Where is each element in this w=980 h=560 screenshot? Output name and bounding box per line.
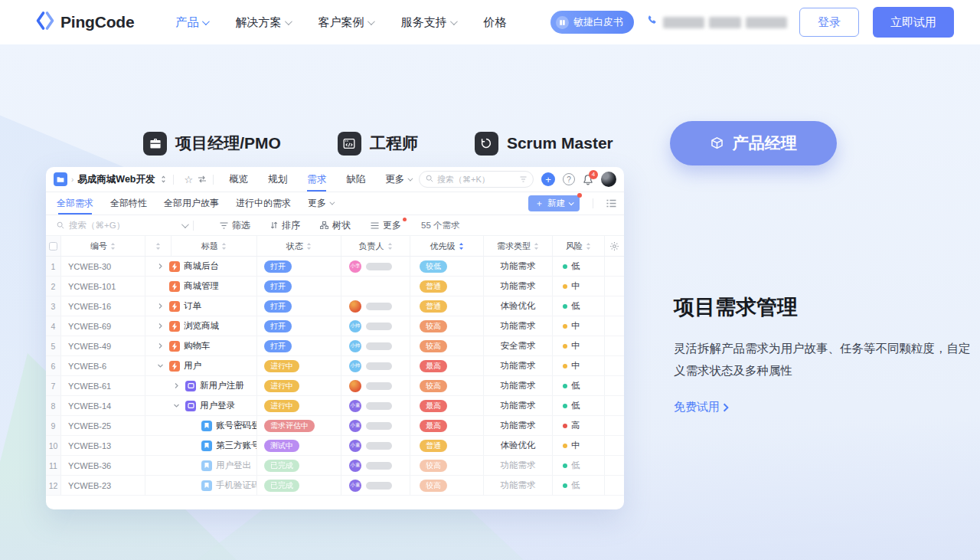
column-header[interactable]: 负责人 (359, 241, 384, 252)
app-tab-4[interactable]: 更多 (385, 167, 411, 192)
user-avatar[interactable] (601, 172, 616, 187)
expand-arrow-icon[interactable] (155, 323, 165, 329)
status-badge[interactable]: 进行中 (264, 400, 299, 412)
priority-badge[interactable]: 普通 (420, 300, 447, 313)
assignee-avatar[interactable]: 小童 (349, 440, 361, 452)
assignee-cell[interactable]: 小李 (341, 257, 410, 276)
view-tab-1[interactable]: 全部特性 (110, 192, 147, 215)
table-row[interactable]: 1 YCWEB-30 商城后台 打开 小李 较低 功能需求 低 (46, 257, 624, 277)
tree-view-button[interactable]: 树状 (320, 219, 351, 232)
column-header[interactable]: 状态 (286, 241, 303, 252)
item-title-cell[interactable]: 浏览商城 (145, 316, 257, 336)
assignee-avatar[interactable]: 小帅 (349, 360, 361, 372)
table-row[interactable]: 3 YCWEB-16 订单 打开 普通 体验优化 低 (46, 296, 624, 316)
assignee-cell[interactable]: 小童 (341, 436, 410, 455)
column-header[interactable]: 风险 (566, 241, 583, 252)
assignee-cell[interactable]: 小童 (341, 456, 410, 475)
priority-badge[interactable]: 普通 (420, 440, 447, 452)
assignee-cell[interactable]: 小帅 (341, 356, 410, 375)
item-title-cell[interactable]: 新用户注册 (145, 376, 257, 395)
nav-item-1[interactable]: 解决方案 (235, 15, 290, 30)
expand-arrow-icon[interactable] (172, 382, 181, 389)
status-badge[interactable]: 需求评估中 (264, 420, 315, 432)
view-tab-4[interactable]: 更多 (308, 192, 333, 215)
view-tab-2[interactable]: 全部用户故事 (164, 192, 219, 215)
login-button[interactable]: 登录 (799, 8, 859, 37)
priority-badge[interactable]: 最高 (420, 400, 447, 412)
status-badge[interactable]: 进行中 (264, 360, 299, 372)
table-row[interactable]: 11 YCWEB-36 用户登出 已完成 小童 较高 功能需求 低 (46, 456, 624, 476)
column-header[interactable]: 标题 (201, 241, 218, 252)
expand-arrow-icon[interactable] (155, 342, 165, 349)
pingcode-logo[interactable]: PingCode (35, 11, 134, 34)
status-badge[interactable]: 打开 (264, 320, 292, 332)
table-row[interactable]: 5 YCWEB-49 购物车 打开 小帅 较高 安全需求 中 (46, 336, 624, 356)
table-row[interactable]: 4 YCWEB-69 浏览商城 打开 小帅 较高 功能需求 中 (46, 316, 624, 336)
new-item-button[interactable]: ＋ 新建 (528, 195, 580, 211)
table-row[interactable]: 8 YCWEB-14 用户登录 进行中 小童 最高 功能需求 低 (46, 396, 624, 416)
filter-button[interactable]: 筛选 (220, 219, 250, 232)
status-badge[interactable]: 打开 (264, 300, 292, 313)
more-button[interactable]: 更多 (371, 219, 401, 232)
expand-arrow-icon[interactable] (155, 263, 165, 270)
view-tab-0[interactable]: 全部需求 (57, 192, 93, 215)
priority-badge[interactable]: 最高 (420, 420, 447, 432)
switch-project-icon[interactable] (160, 175, 167, 183)
item-title-cell[interactable]: 购物车 (145, 336, 257, 355)
expand-arrow-icon[interactable] (155, 303, 165, 309)
collapse-arrow-icon[interactable] (155, 362, 165, 369)
assignee-cell[interactable]: 小童 (341, 396, 410, 415)
column-header[interactable]: 优先级 (430, 241, 456, 252)
priority-badge[interactable]: 较低 (420, 260, 447, 273)
reorder-column-header[interactable] (145, 236, 172, 256)
item-title-cell[interactable]: 用户登出 (145, 456, 257, 475)
assignee-avatar[interactable]: 小童 (349, 420, 361, 432)
persona-tab-3[interactable]: 产品经理 (670, 121, 837, 165)
assignee-cell[interactable] (341, 296, 410, 316)
status-badge[interactable]: 进行中 (264, 380, 299, 392)
app-tab-3[interactable]: 缺陷 (346, 167, 365, 192)
create-icon[interactable]: + (541, 172, 555, 186)
app-tab-1[interactable]: 规划 (268, 167, 287, 192)
assignee-cell[interactable]: 小帅 (341, 336, 410, 355)
table-row[interactable]: 7 YCWEB-61 新用户注册 进行中 较高 功能需求 低 (46, 376, 624, 396)
table-row[interactable]: 10 YCWEB-13 第三方账号登录 测试中 小童 普通 体验优化 中 (46, 436, 624, 456)
status-badge[interactable]: 打开 (264, 260, 292, 273)
assignee-cell[interactable]: 小童 (341, 476, 410, 495)
item-title-cell[interactable]: 第三方账号登录 (145, 436, 257, 455)
item-title-cell[interactable]: 用户 (145, 356, 257, 375)
priority-badge[interactable]: 较高 (420, 380, 447, 392)
nav-item-2[interactable]: 客户案例 (318, 15, 373, 30)
view-tab-3[interactable]: 进行中的需求 (236, 192, 291, 215)
project-folder-icon[interactable] (54, 172, 67, 186)
app-tab-2[interactable]: 需求 (307, 167, 326, 192)
item-title-cell[interactable]: 订单 (145, 296, 257, 316)
global-search-input[interactable]: 搜索（⌘+K） (419, 171, 534, 188)
app-tab-0[interactable]: 概览 (229, 167, 248, 192)
priority-badge[interactable]: 较高 (420, 480, 447, 492)
status-badge[interactable]: 测试中 (264, 440, 299, 452)
assignee-avatar[interactable]: 小童 (349, 460, 361, 472)
priority-badge[interactable]: 最高 (420, 360, 447, 372)
table-row[interactable]: 6 YCWEB-6 用户 进行中 小帅 最高 功能需求 中 (46, 356, 624, 376)
status-badge[interactable]: 打开 (264, 280, 292, 293)
status-badge[interactable]: 已完成 (264, 460, 299, 472)
compare-icon[interactable] (198, 175, 207, 183)
priority-badge[interactable]: 普通 (420, 280, 447, 293)
item-title-cell[interactable]: 用户登录 (145, 396, 257, 415)
nav-item-4[interactable]: 价格 (483, 15, 506, 30)
item-title-cell[interactable]: 商城后台 (145, 257, 257, 276)
nav-item-3[interactable]: 服务支持 (400, 15, 456, 30)
free-trial-button[interactable]: 立即试用 (873, 7, 954, 38)
priority-badge[interactable]: 较高 (420, 320, 447, 332)
assignee-avatar[interactable]: 小帅 (349, 340, 361, 352)
select-all-checkbox[interactable] (49, 242, 57, 251)
help-icon[interactable]: ? (563, 173, 575, 185)
assignee-avatar[interactable] (349, 380, 361, 392)
assignee-cell[interactable] (341, 376, 410, 395)
table-row[interactable]: 9 YCWEB-25 账号密码登录 需求评估中 小童 最高 功能需求 高 (46, 416, 624, 436)
assignee-avatar[interactable] (349, 300, 361, 313)
star-icon[interactable]: ☆ (185, 174, 194, 185)
priority-badge[interactable]: 较高 (420, 460, 447, 472)
nav-item-0[interactable]: 产品 (175, 15, 207, 30)
